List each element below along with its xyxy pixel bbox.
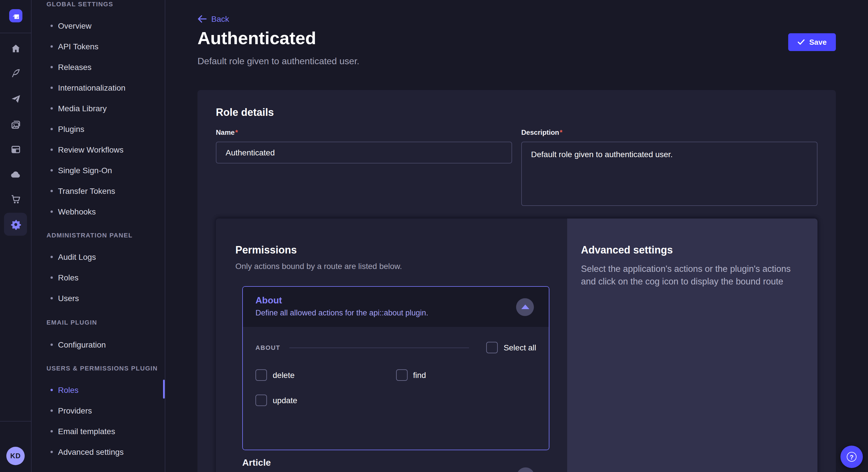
sidebar-item-admin-roles[interactable]: Roles [32, 267, 165, 288]
sidebar-item-review-workflows[interactable]: Review Workflows [32, 139, 165, 160]
media-library-icon[interactable] [4, 113, 27, 136]
accordion-about-body: ABOUT Select all delete [243, 327, 549, 450]
sidebar-item-internationalization[interactable]: Internationalization [32, 77, 165, 98]
bullet-icon [51, 256, 53, 258]
page-title: Authenticated [197, 28, 316, 49]
find-checkbox[interactable] [396, 369, 407, 381]
role-details-heading: Role details [216, 106, 817, 119]
bullet-icon [51, 128, 53, 130]
bullet-icon [51, 409, 53, 412]
sidebar-item-admin-users[interactable]: Users [32, 288, 165, 308]
settings-gear-icon[interactable] [4, 213, 27, 236]
bullet-icon [51, 430, 53, 432]
description-textarea[interactable] [521, 142, 817, 206]
rail-divider [0, 33, 31, 33]
name-field-group: Name* [216, 127, 512, 208]
settings-subnav: GLOBAL SETTINGS Overview API Tokens Rele… [32, 0, 165, 472]
sidebar-item-up-roles[interactable]: Roles [32, 380, 165, 400]
bullet-icon [51, 389, 53, 391]
content-feather-icon[interactable] [4, 61, 27, 84]
bullet-icon [51, 107, 53, 109]
select-all-label: Select all [503, 343, 536, 352]
page-subtitle: Default role given to authenticated user… [197, 56, 360, 67]
name-input[interactable] [216, 142, 512, 164]
sidebar-item-webhooks[interactable]: Webhooks [32, 201, 165, 222]
help-button[interactable]: ? [840, 446, 863, 468]
bullet-icon [51, 169, 53, 171]
user-avatar[interactable]: KD [6, 447, 25, 465]
check-icon [797, 39, 805, 45]
section-label-administration-panel: ADMINISTRATION PANEL [46, 231, 165, 239]
sidebar-item-api-tokens[interactable]: API Tokens [32, 36, 165, 57]
permissions-column: Permissions Only actions bound by a rout… [216, 218, 567, 472]
arrow-left-icon [197, 15, 207, 23]
about-subsection-label: ABOUT [255, 344, 280, 351]
advanced-settings-panel: Advanced settings Select the application… [567, 218, 817, 472]
sidebar-item-single-sign-on[interactable]: Single Sign-On [32, 160, 165, 181]
permissions-heading: Permissions [236, 244, 549, 256]
bullet-icon [51, 343, 53, 346]
bullet-icon [51, 66, 53, 68]
sidebar-item-providers[interactable]: Providers [32, 400, 165, 421]
required-asterisk: * [235, 129, 238, 136]
accordion-article-header[interactable]: Article Define all allowed actions for t… [242, 457, 549, 472]
accordion-article-title: Article [242, 457, 532, 469]
name-label: Name* [216, 129, 238, 136]
subnav-scrollbar[interactable] [163, 380, 165, 399]
sidebar-item-email-templates[interactable]: Email templates [32, 421, 165, 442]
update-label: update [273, 396, 298, 405]
sidebar-item-advanced-settings[interactable]: Advanced settings [32, 442, 165, 462]
divider-line [289, 347, 469, 348]
main-content: Back Authenticated Default role given to… [165, 0, 868, 472]
find-label: find [413, 370, 426, 380]
accordion-about-header[interactable]: About Define all allowed actions for the… [243, 287, 549, 327]
bullet-icon [51, 297, 53, 299]
section-label-email-plugin: EMAIL PLUGIN [46, 318, 165, 326]
section-label-global-settings: GLOBAL SETTINGS [46, 0, 165, 8]
update-checkbox[interactable] [255, 395, 267, 406]
back-label: Back [211, 14, 229, 24]
advanced-settings-heading: Advanced settings [581, 244, 803, 256]
collapse-about-button[interactable] [516, 298, 534, 316]
icon-rail: KD [0, 0, 32, 472]
description-label: Description* [521, 129, 562, 136]
description-field-group: Description* [521, 127, 817, 208]
send-icon[interactable] [4, 87, 27, 110]
bullet-icon [51, 210, 53, 213]
permissions-section: Permissions Only actions bound by a rout… [216, 218, 817, 472]
content-manager-icon[interactable] [4, 138, 27, 161]
bullet-icon [51, 148, 53, 151]
sidebar-item-transfer-tokens[interactable]: Transfer Tokens [32, 181, 165, 201]
marketplace-cart-icon[interactable] [4, 188, 27, 210]
permissions-subtitle: Only actions bound by a route are listed… [236, 262, 549, 271]
bullet-icon [51, 87, 53, 89]
sidebar-item-plugins[interactable]: Plugins [32, 119, 165, 139]
required-asterisk: * [560, 129, 562, 136]
select-all-checkbox[interactable] [486, 342, 498, 353]
delete-label: delete [273, 370, 294, 380]
permission-update: update [255, 395, 396, 406]
accordion-about-title: About [255, 295, 536, 306]
strapi-logo-icon[interactable] [9, 9, 22, 22]
role-details-card: Role details Name* Description* Permissi… [197, 90, 836, 472]
section-label-users-permissions-plugin: USERS & PERMISSIONS PLUGIN [46, 364, 165, 372]
sidebar-item-media-library[interactable]: Media Library [32, 98, 165, 119]
bullet-icon [51, 25, 53, 27]
bullet-icon [51, 190, 53, 192]
save-button-label: Save [809, 38, 827, 46]
cloud-icon[interactable] [4, 163, 27, 186]
accordion-about: About Define all allowed actions for the… [242, 286, 549, 450]
sidebar-item-email-configuration[interactable]: Configuration [32, 334, 165, 355]
back-link[interactable]: Back [197, 14, 229, 24]
sidebar-item-overview[interactable]: Overview [32, 15, 165, 36]
sidebar-item-audit-logs[interactable]: Audit Logs [32, 247, 165, 267]
sidebar-item-releases[interactable]: Releases [32, 57, 165, 77]
bullet-icon [51, 45, 53, 47]
save-button[interactable]: Save [788, 33, 836, 51]
permission-delete: delete [255, 369, 396, 381]
question-mark-icon: ? [847, 452, 857, 462]
bullet-icon [51, 276, 53, 279]
delete-checkbox[interactable] [255, 369, 267, 381]
advanced-settings-description: Select the application's actions or the … [581, 263, 803, 288]
home-icon[interactable] [4, 37, 27, 60]
